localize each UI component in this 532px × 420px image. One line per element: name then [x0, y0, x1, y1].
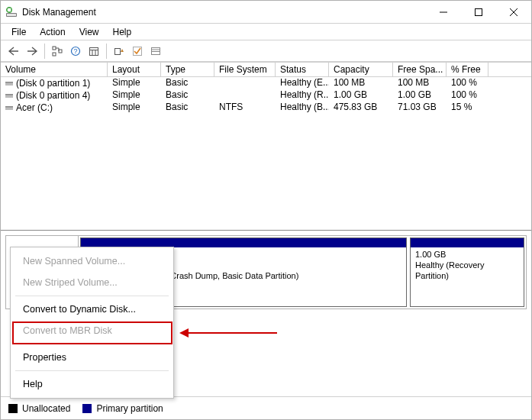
legend-unallocated: Unallocated [22, 403, 70, 414]
cell-fs [214, 77, 276, 89]
col-volume[interactable]: Volume [1, 63, 108, 76]
app-icon [5, 6, 18, 18]
svg-rect-16 [115, 48, 121, 54]
menu-action[interactable]: Action [34, 25, 71, 39]
toolbar: ? [1, 40, 531, 62]
menu-help[interactable]: Help [107, 25, 138, 39]
swatch-unallocated [8, 404, 18, 413]
cell-type: Basic [161, 77, 214, 89]
cell-volume: (Disk 0 partition 4) [16, 90, 90, 101]
col-pct[interactable]: % Free [447, 63, 488, 76]
svg-rect-7 [53, 47, 56, 50]
calendar-icon[interactable] [85, 43, 102, 60]
back-icon[interactable] [5, 43, 22, 60]
column-header-row: Volume Layout Type File System Status Ca… [1, 62, 531, 77]
volume-icon [5, 104, 13, 111]
cell-cap: 475.83 GB [329, 102, 393, 114]
cell-free: 100 MB [393, 77, 447, 89]
cell-fs: NTFS [214, 102, 276, 114]
col-status[interactable]: Status [276, 63, 329, 76]
window: Disk Management File Action View Help ? … [0, 0, 532, 420]
cell-pct: 15 % [447, 102, 488, 114]
ctx-convert-mbr: Convert to MBR Disk [11, 320, 173, 341]
volume-list: (Disk 0 partition 1) Simple Basic Health… [1, 77, 531, 230]
close-button[interactable] [496, 1, 531, 24]
cell-type: Basic [161, 89, 214, 102]
partition-status: Healthy (Recovery Partition) [415, 260, 484, 280]
cell-layout: Simple [108, 102, 161, 114]
titlebar: Disk Management [1, 1, 531, 24]
cell-volume: Acer (C:) [16, 102, 53, 113]
cell-status: Healthy (B... [276, 102, 329, 114]
help-icon[interactable]: ? [67, 43, 84, 60]
legend-primary: Primary partition [96, 403, 163, 414]
col-capacity[interactable]: Capacity [329, 63, 393, 76]
check-icon[interactable] [129, 43, 146, 60]
svg-rect-24 [5, 94, 13, 95]
table-row[interactable]: (Disk 0 partition 4) Simple Basic Health… [1, 89, 531, 102]
volume-icon [5, 92, 13, 99]
cell-fs [214, 89, 276, 102]
tree-icon[interactable] [49, 43, 66, 60]
cell-pct: 100 % [447, 89, 488, 102]
cell-cap: 1.00 GB [329, 89, 393, 102]
svg-rect-26 [5, 106, 13, 108]
cell-free: 71.03 GB [393, 102, 447, 114]
cell-volume: (Disk 0 partition 1) [16, 78, 90, 89]
cell-pct: 100 % [447, 77, 488, 89]
ctx-convert-dynamic[interactable]: Convert to Dynamic Disk... [11, 299, 173, 320]
maximize-button[interactable] [461, 1, 496, 24]
svg-rect-8 [53, 53, 56, 56]
ctx-properties[interactable]: Properties [11, 347, 173, 368]
cell-status: Healthy (E... [276, 77, 329, 89]
minimize-button[interactable] [426, 1, 461, 24]
cell-layout: Simple [108, 77, 161, 89]
svg-rect-9 [59, 50, 62, 53]
menu-file[interactable]: File [5, 25, 32, 39]
svg-marker-28 [179, 328, 189, 338]
svg-rect-22 [5, 82, 13, 83]
col-layout[interactable]: Layout [108, 63, 161, 76]
swatch-primary [82, 404, 92, 413]
menubar: File Action View Help [1, 24, 531, 40]
forward-icon[interactable] [24, 43, 40, 60]
table-row[interactable]: Acer (C:) Simple Basic NTFS Healthy (B..… [1, 102, 531, 114]
svg-rect-12 [90, 47, 98, 55]
svg-rect-1 [7, 14, 16, 16]
ctx-new-striped: New Striped Volume... [11, 272, 173, 293]
partition-recovery[interactable]: 1.00 GB Healthy (Recovery Partition) [410, 237, 524, 307]
ctx-new-spanned: New Spanned Volume... [11, 250, 173, 272]
volume-icon [5, 79, 13, 87]
cell-free: 1.00 GB [393, 89, 447, 102]
annotation-arrow [178, 325, 285, 341]
col-fs[interactable]: File System [214, 63, 276, 76]
col-type[interactable]: Type [161, 63, 214, 76]
svg-text:?: ? [73, 47, 77, 55]
legend: Unallocated Primary partition [1, 396, 531, 419]
partition-size: 1.00 GB [415, 250, 446, 259]
context-menu: New Spanned Volume... New Striped Volume… [10, 247, 174, 399]
col-free[interactable]: Free Spa... [393, 63, 447, 76]
list-icon[interactable] [147, 43, 164, 60]
cell-cap: 100 MB [329, 77, 393, 89]
refresh-icon[interactable] [111, 43, 127, 60]
cell-layout: Simple [108, 89, 161, 102]
ctx-help[interactable]: Help [11, 373, 173, 395]
svg-rect-4 [476, 8, 482, 15]
menu-view[interactable]: View [73, 25, 105, 39]
table-row[interactable]: (Disk 0 partition 1) Simple Basic Health… [1, 77, 531, 89]
cell-type: Basic [161, 102, 214, 114]
cell-status: Healthy (R... [276, 89, 329, 102]
window-title: Disk Management [22, 7, 96, 18]
